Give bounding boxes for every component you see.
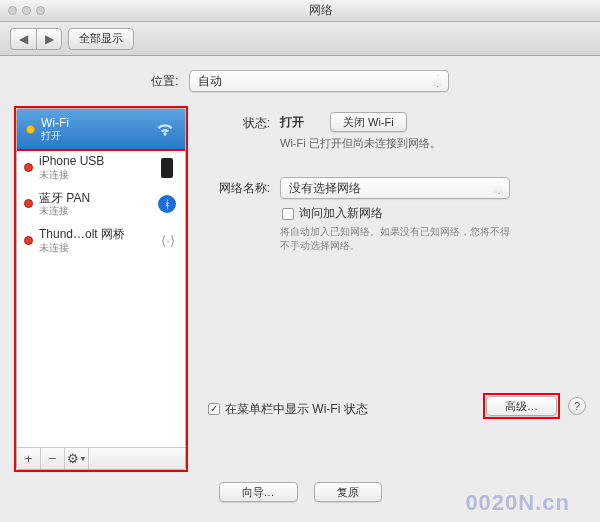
status-dot-icon: [24, 199, 33, 208]
thunderbolt-bridge-icon: ⟨·⟩: [158, 233, 178, 247]
add-interface-button[interactable]: +: [17, 448, 41, 469]
gear-icon: ⚙: [67, 451, 79, 466]
interface-name: Thund…olt 网桥: [39, 227, 152, 241]
interface-name: 蓝牙 PAN: [39, 191, 150, 205]
network-name-select[interactable]: 没有选择网络 ▲▼: [280, 177, 510, 199]
sidebar-item-wifi[interactable]: Wi-Fi 打开: [17, 109, 185, 151]
close-traffic-light[interactable]: [8, 6, 17, 15]
window-titlebar: 网络: [0, 0, 600, 22]
ask-join-label: 询问加入新网络: [299, 205, 383, 222]
turn-off-wifi-button[interactable]: 关闭 Wi-Fi: [330, 112, 407, 132]
updown-icon: ▲▼: [434, 74, 442, 88]
window-title: 网络: [50, 2, 592, 19]
status-value: 打开: [280, 114, 304, 131]
back-button[interactable]: ◀: [10, 28, 36, 50]
main-panel: 状态: 打开 关闭 Wi-Fi Wi-Fi 已打开但尚未连接到网络。 网络名称:…: [206, 106, 586, 472]
watermark-text: 0020N.cn: [465, 490, 570, 516]
interface-name: Wi-Fi: [41, 116, 148, 130]
status-description: Wi-Fi 已打开但尚未连接到网络。: [280, 136, 586, 151]
sidebar-footer: + − ⚙▼: [17, 447, 185, 469]
ask-join-checkbox[interactable]: [282, 208, 294, 220]
sidebar-item-thunderbolt-bridge[interactable]: Thund…olt 网桥 未连接 ⟨·⟩: [17, 222, 185, 258]
status-dot-icon: [26, 125, 35, 134]
wifi-icon: [154, 118, 176, 140]
sidebar-item-bluetooth-pan[interactable]: 蓝牙 PAN 未连接 ᚼ: [17, 186, 185, 222]
interface-options-button[interactable]: ⚙▼: [65, 448, 89, 469]
interface-name: iPhone USB: [39, 154, 150, 168]
network-name-value: 没有选择网络: [289, 180, 361, 197]
nav-back-forward: ◀ ▶: [10, 28, 62, 50]
status-dot-icon: [24, 236, 33, 245]
iphone-icon: [156, 157, 178, 179]
status-dot-icon: [24, 163, 33, 172]
interface-status: 打开: [41, 130, 148, 142]
location-label: 位置:: [151, 73, 178, 90]
help-button[interactable]: ?: [568, 397, 586, 415]
interface-status: 未连接: [39, 169, 150, 181]
show-menubar-label: 在菜单栏中显示 Wi-Fi 状态: [225, 401, 368, 418]
advanced-highlight-annotation: 高级…: [483, 393, 560, 419]
remove-interface-button[interactable]: −: [41, 448, 65, 469]
sidebar-item-iphone-usb[interactable]: iPhone USB 未连接: [17, 149, 185, 185]
interface-status: 未连接: [39, 205, 150, 217]
zoom-traffic-light[interactable]: [36, 6, 45, 15]
advanced-button[interactable]: 高级…: [486, 396, 557, 416]
location-row: 位置: 自动 ▲▼: [0, 56, 600, 106]
toolbar: ◀ ▶ 全部显示: [0, 22, 600, 56]
ask-join-description: 将自动加入已知网络。如果没有已知网络，您将不得不手动选择网络。: [280, 225, 510, 253]
forward-button[interactable]: ▶: [36, 28, 62, 50]
interfaces-list: Wi-Fi 打开 iPhone USB 未连接: [17, 109, 185, 447]
revert-button[interactable]: 复原: [314, 482, 382, 502]
sidebar-highlight-annotation: Wi-Fi 打开 iPhone USB 未连接: [14, 106, 188, 472]
interfaces-sidebar: Wi-Fi 打开 iPhone USB 未连接: [16, 108, 186, 470]
location-value: 自动: [198, 73, 222, 90]
status-label: 状态:: [206, 112, 280, 132]
network-name-label: 网络名称:: [206, 177, 280, 197]
minimize-traffic-light[interactable]: [22, 6, 31, 15]
interface-status: 未连接: [39, 242, 152, 254]
chevron-down-icon: ▼: [80, 455, 87, 462]
assistant-button[interactable]: 向导…: [219, 482, 298, 502]
location-select[interactable]: 自动 ▲▼: [189, 70, 449, 92]
bluetooth-icon: ᚼ: [156, 193, 178, 215]
updown-icon: ▲▼: [495, 181, 503, 195]
show-all-button[interactable]: 全部显示: [68, 28, 134, 50]
show-menubar-checkbox[interactable]: [208, 403, 220, 415]
